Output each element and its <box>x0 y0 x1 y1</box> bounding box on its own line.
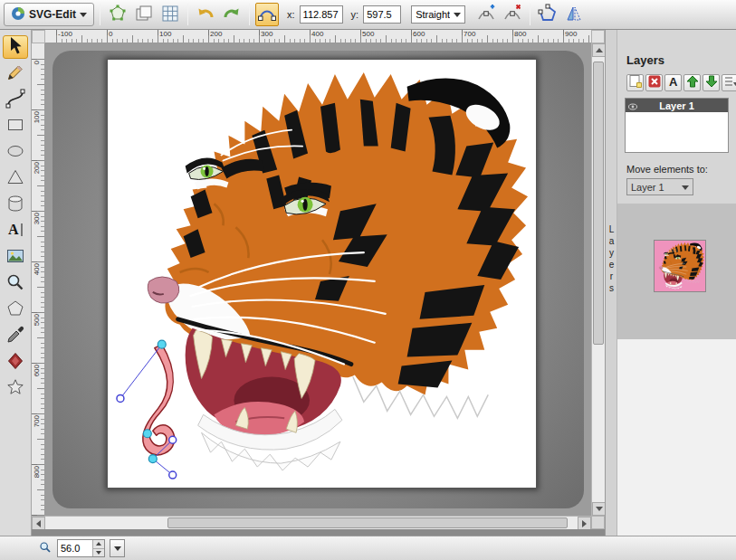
link-control-points-button[interactable] <box>255 3 279 26</box>
diamond-tool[interactable] <box>3 350 28 374</box>
scroll-up-button[interactable] <box>592 43 606 57</box>
panel-lower-area <box>617 339 736 536</box>
new-layer-button[interactable] <box>626 74 644 91</box>
svg-edit-app: SVG-Edit x: y: Straight <box>0 0 736 560</box>
layer-row-current[interactable]: Layer 1 <box>626 99 728 112</box>
main-menu-button[interactable]: SVG-Edit <box>4 3 94 26</box>
layers-tab-vertical[interactable]: Layers <box>607 224 617 295</box>
redo-button[interactable] <box>220 3 244 26</box>
bezier-handle[interactable] <box>169 471 177 479</box>
side-panel-handle[interactable]: Layers <box>605 30 617 536</box>
text-tool[interactable]: A <box>3 219 28 242</box>
delete-node-button[interactable] <box>501 3 524 26</box>
grid-icon <box>159 3 181 27</box>
move-target-layer-select[interactable]: Layer 1 <box>626 178 693 195</box>
ruler-y-tick <box>32 464 44 465</box>
layer-thumbnail[interactable] <box>654 240 706 292</box>
triangle-icon <box>5 166 26 191</box>
y-coordinate-label: y: <box>351 9 359 20</box>
down-arrow-icon <box>596 507 603 511</box>
undo-button[interactable] <box>194 3 217 26</box>
select-tool[interactable] <box>3 35 28 59</box>
star-tool[interactable] <box>3 376 28 400</box>
open-path-button[interactable] <box>536 3 559 26</box>
left-arrow-icon <box>36 520 41 527</box>
delete-layer-button[interactable] <box>645 74 663 91</box>
ruler-x: -10001002003004005006007008009001000 <box>45 30 591 43</box>
layer-menu-button[interactable] <box>722 74 736 91</box>
toolbar-separator <box>530 4 530 25</box>
canvas-svg <box>108 60 536 488</box>
eyedropper-tool[interactable] <box>3 324 28 347</box>
scrollbar-corner <box>591 516 605 529</box>
scroll-right-button[interactable] <box>578 517 591 530</box>
layer-preview-zone <box>617 204 736 339</box>
raise-layer-button[interactable] <box>683 74 701 91</box>
zoom-increase-button[interactable] <box>93 540 104 548</box>
main-menu-label: SVG-Edit <box>29 8 76 21</box>
ellipse-tool[interactable] <box>3 140 28 164</box>
svg-edit-logo-icon <box>11 6 25 24</box>
scroll-left-button[interactable] <box>32 517 45 530</box>
ruler-y-label: 500 <box>33 314 41 326</box>
clone-icon <box>133 3 155 27</box>
ruler-x-tick <box>56 30 57 43</box>
pencil-tool[interactable] <box>3 62 28 85</box>
vertical-scrollbar[interactable] <box>591 43 605 516</box>
y-coordinate-input[interactable] <box>363 5 401 24</box>
main-area: A -10001002003004005006007008009001000 0… <box>0 30 736 536</box>
scroll-down-button[interactable] <box>592 502 606 516</box>
path-tool[interactable] <box>3 88 28 111</box>
move-elements-label: Move elements to: <box>626 164 736 175</box>
shape-library-tool[interactable] <box>3 193 28 216</box>
grid-button[interactable] <box>158 3 182 26</box>
path-node[interactable] <box>143 430 151 438</box>
ruler-y-label: 300 <box>33 213 41 224</box>
ruler-y-label: 600 <box>33 365 41 376</box>
path-node[interactable] <box>158 340 166 348</box>
ruler-x-label: -100 <box>58 30 72 38</box>
x-coordinate-label: x: <box>287 9 295 20</box>
layer-visibility-icon[interactable] <box>628 101 637 112</box>
x-coordinate-input[interactable] <box>300 5 343 24</box>
chevron-down-icon <box>80 13 87 17</box>
zoom-preset-dropdown[interactable] <box>110 539 125 557</box>
canvas[interactable] <box>107 59 537 489</box>
tiger-artwork[interactable] <box>148 72 528 470</box>
rectangle-icon <box>5 114 26 138</box>
vertical-scroll-thumb[interactable] <box>593 62 604 345</box>
ruler-x-tick <box>259 30 260 43</box>
ruler-x-label: 100 <box>159 30 171 38</box>
bezier-handle[interactable] <box>169 436 177 443</box>
magnifier-icon <box>5 271 26 296</box>
cylinder-icon <box>5 193 26 217</box>
ellipse-icon <box>5 140 26 165</box>
zoom-input[interactable] <box>58 540 92 556</box>
select-cursor-icon <box>5 35 26 60</box>
add-node-button[interactable] <box>474 3 498 26</box>
rename-layer-button[interactable]: A <box>664 74 682 91</box>
ruler-corner <box>591 30 605 43</box>
image-tool[interactable] <box>3 245 28 269</box>
workarea[interactable] <box>45 43 591 516</box>
zoom-tool[interactable] <box>3 271 28 295</box>
path-node[interactable] <box>148 455 157 463</box>
rect-tool[interactable] <box>3 114 28 138</box>
pentagon-tool[interactable] <box>3 298 28 321</box>
polygon-tool[interactable] <box>3 166 28 190</box>
bezier-handle[interactable] <box>117 394 124 402</box>
horizontal-scroll-thumb[interactable] <box>167 517 568 528</box>
ruler-y-tick <box>32 211 44 212</box>
clone-button[interactable] <box>132 3 156 26</box>
segment-type-select[interactable]: Straight <box>411 5 465 24</box>
ruler-x-label: 400 <box>311 30 323 38</box>
zoom-decrease-button[interactable] <box>93 548 104 557</box>
horizontal-scrollbar[interactable] <box>32 516 591 529</box>
layers-panel: Layers A Layer 1 Move elements to: Laye <box>617 30 736 536</box>
edit-shape-button[interactable] <box>106 3 129 26</box>
flip-path-button[interactable] <box>562 3 586 26</box>
layer-buttons: A <box>626 74 736 91</box>
layer-list-empty-area[interactable] <box>626 112 728 152</box>
redo-arrow-icon <box>221 3 243 27</box>
lower-layer-button[interactable] <box>703 74 720 91</box>
